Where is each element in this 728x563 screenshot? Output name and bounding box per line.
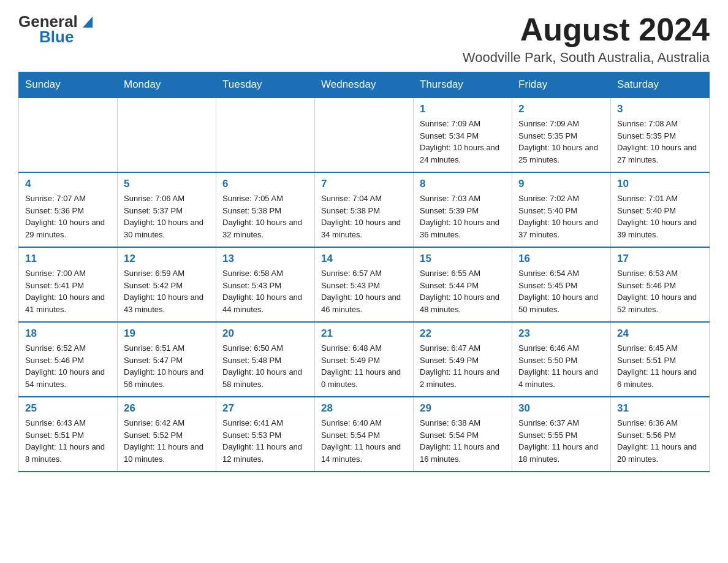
day-info: Sunrise: 7:05 AMSunset: 5:38 PMDaylight:… [222, 193, 308, 240]
weekday-header-saturday: Saturday [611, 72, 710, 98]
day-number: 26 [124, 402, 210, 415]
day-number: 5 [124, 178, 210, 190]
day-info: Sunrise: 6:58 AMSunset: 5:43 PMDaylight:… [222, 267, 308, 315]
day-number: 19 [124, 327, 210, 340]
calendar-cell: 5Sunrise: 7:06 AMSunset: 5:37 PMDaylight… [118, 172, 216, 247]
weekday-header-friday: Friday [512, 72, 611, 98]
calendar-cell [19, 98, 118, 172]
calendar-cell: 20Sunrise: 6:50 AMSunset: 5:48 PMDayligh… [216, 322, 315, 397]
weekday-header-thursday: Thursday [414, 72, 512, 98]
day-number: 16 [518, 253, 604, 265]
calendar-cell: 3Sunrise: 7:08 AMSunset: 5:35 PMDaylight… [611, 98, 710, 172]
day-info: Sunrise: 6:38 AMSunset: 5:54 PMDaylight:… [420, 417, 506, 465]
day-info: Sunrise: 7:04 AMSunset: 5:38 PMDaylight:… [321, 193, 407, 240]
day-info: Sunrise: 6:52 AMSunset: 5:46 PMDaylight:… [25, 342, 111, 390]
calendar-cell: 18Sunrise: 6:52 AMSunset: 5:46 PMDayligh… [19, 322, 118, 397]
day-number: 24 [617, 327, 703, 340]
day-info: Sunrise: 7:02 AMSunset: 5:40 PMDaylight:… [518, 193, 604, 240]
day-number: 7 [321, 178, 407, 190]
day-info: Sunrise: 6:47 AMSunset: 5:49 PMDaylight:… [420, 342, 506, 390]
calendar-cell: 2Sunrise: 7:09 AMSunset: 5:35 PMDaylight… [512, 98, 611, 172]
svg-marker-0 [83, 17, 93, 28]
calendar-cell: 11Sunrise: 7:00 AMSunset: 5:41 PMDayligh… [19, 247, 118, 322]
calendar-cell: 7Sunrise: 7:04 AMSunset: 5:38 PMDaylight… [315, 172, 414, 247]
day-info: Sunrise: 6:50 AMSunset: 5:48 PMDaylight:… [222, 342, 308, 390]
calendar-cell: 22Sunrise: 6:47 AMSunset: 5:49 PMDayligh… [414, 322, 512, 397]
logo: General Blue [18, 12, 96, 47]
calendar-cell: 31Sunrise: 6:36 AMSunset: 5:56 PMDayligh… [611, 397, 710, 472]
day-info: Sunrise: 7:06 AMSunset: 5:37 PMDaylight:… [124, 193, 210, 240]
calendar-cell: 9Sunrise: 7:02 AMSunset: 5:40 PMDaylight… [512, 172, 611, 247]
day-number: 2 [518, 103, 604, 115]
calendar-cell: 27Sunrise: 6:41 AMSunset: 5:53 PMDayligh… [216, 397, 315, 472]
day-number: 29 [420, 402, 506, 415]
calendar-week-5: 25Sunrise: 6:43 AMSunset: 5:51 PMDayligh… [19, 397, 710, 472]
calendar-cell: 12Sunrise: 6:59 AMSunset: 5:42 PMDayligh… [118, 247, 216, 322]
logo-triangle-icon [79, 13, 96, 30]
day-info: Sunrise: 7:07 AMSunset: 5:36 PMDaylight:… [25, 193, 111, 240]
calendar-cell: 25Sunrise: 6:43 AMSunset: 5:51 PMDayligh… [19, 397, 118, 472]
calendar-cell: 13Sunrise: 6:58 AMSunset: 5:43 PMDayligh… [216, 247, 315, 322]
weekday-header-monday: Monday [118, 72, 216, 98]
day-number: 4 [25, 178, 111, 190]
day-info: Sunrise: 6:57 AMSunset: 5:43 PMDaylight:… [321, 267, 407, 315]
day-number: 8 [420, 178, 506, 190]
calendar-cell: 29Sunrise: 6:38 AMSunset: 5:54 PMDayligh… [414, 397, 512, 472]
day-number: 25 [25, 402, 111, 415]
day-info: Sunrise: 7:08 AMSunset: 5:35 PMDaylight:… [617, 118, 703, 166]
calendar-cell [118, 98, 216, 172]
calendar-cell: 1Sunrise: 7:09 AMSunset: 5:34 PMDaylight… [414, 98, 512, 172]
day-info: Sunrise: 6:54 AMSunset: 5:45 PMDaylight:… [518, 267, 604, 315]
weekday-header-sunday: Sunday [19, 72, 118, 98]
day-info: Sunrise: 6:48 AMSunset: 5:49 PMDaylight:… [321, 342, 407, 390]
calendar-cell: 4Sunrise: 7:07 AMSunset: 5:36 PMDaylight… [19, 172, 118, 247]
day-info: Sunrise: 7:00 AMSunset: 5:41 PMDaylight:… [25, 267, 111, 315]
weekday-header-wednesday: Wednesday [315, 72, 414, 98]
month-year: August 2024 [463, 12, 710, 47]
day-number: 28 [321, 402, 407, 415]
day-info: Sunrise: 6:41 AMSunset: 5:53 PMDaylight:… [222, 417, 308, 465]
day-number: 3 [617, 103, 703, 115]
day-info: Sunrise: 6:51 AMSunset: 5:47 PMDaylight:… [124, 342, 210, 390]
day-number: 20 [222, 327, 308, 340]
day-number: 6 [222, 178, 308, 190]
day-number: 11 [25, 253, 111, 265]
calendar-cell [216, 98, 315, 172]
day-number: 9 [518, 178, 604, 190]
day-info: Sunrise: 6:42 AMSunset: 5:52 PMDaylight:… [124, 417, 210, 465]
day-info: Sunrise: 6:40 AMSunset: 5:54 PMDaylight:… [321, 417, 407, 465]
calendar-cell: 16Sunrise: 6:54 AMSunset: 5:45 PMDayligh… [512, 247, 611, 322]
day-number: 14 [321, 253, 407, 265]
day-number: 10 [617, 178, 703, 190]
calendar-cell: 30Sunrise: 6:37 AMSunset: 5:55 PMDayligh… [512, 397, 611, 472]
calendar-cell: 10Sunrise: 7:01 AMSunset: 5:40 PMDayligh… [611, 172, 710, 247]
day-info: Sunrise: 6:36 AMSunset: 5:56 PMDaylight:… [617, 417, 703, 465]
header: General Blue August 2024 Woodville Park,… [18, 12, 710, 66]
day-info: Sunrise: 7:03 AMSunset: 5:39 PMDaylight:… [420, 193, 506, 240]
calendar-cell: 28Sunrise: 6:40 AMSunset: 5:54 PMDayligh… [315, 397, 414, 472]
day-number: 22 [420, 327, 506, 340]
calendar-cell: 17Sunrise: 6:53 AMSunset: 5:46 PMDayligh… [611, 247, 710, 322]
calendar-week-4: 18Sunrise: 6:52 AMSunset: 5:46 PMDayligh… [19, 322, 710, 397]
calendar-week-3: 11Sunrise: 7:00 AMSunset: 5:41 PMDayligh… [19, 247, 710, 322]
day-info: Sunrise: 6:37 AMSunset: 5:55 PMDaylight:… [518, 417, 604, 465]
calendar-cell: 14Sunrise: 6:57 AMSunset: 5:43 PMDayligh… [315, 247, 414, 322]
day-info: Sunrise: 6:43 AMSunset: 5:51 PMDaylight:… [25, 417, 111, 465]
weekday-header-tuesday: Tuesday [216, 72, 315, 98]
logo-blue: Blue [39, 28, 74, 47]
calendar-cell: 21Sunrise: 6:48 AMSunset: 5:49 PMDayligh… [315, 322, 414, 397]
day-number: 23 [518, 327, 604, 340]
day-number: 31 [617, 402, 703, 415]
calendar-week-1: 1Sunrise: 7:09 AMSunset: 5:34 PMDaylight… [19, 98, 710, 172]
day-info: Sunrise: 7:09 AMSunset: 5:34 PMDaylight:… [420, 118, 506, 166]
calendar-table: SundayMondayTuesdayWednesdayThursdayFrid… [18, 72, 710, 472]
day-info: Sunrise: 7:01 AMSunset: 5:40 PMDaylight:… [617, 193, 703, 240]
calendar-cell: 8Sunrise: 7:03 AMSunset: 5:39 PMDaylight… [414, 172, 512, 247]
day-number: 1 [420, 103, 506, 115]
weekday-header-row: SundayMondayTuesdayWednesdayThursdayFrid… [19, 72, 710, 98]
day-info: Sunrise: 6:59 AMSunset: 5:42 PMDaylight:… [124, 267, 210, 315]
day-number: 27 [222, 402, 308, 415]
day-number: 12 [124, 253, 210, 265]
day-number: 15 [420, 253, 506, 265]
day-info: Sunrise: 7:09 AMSunset: 5:35 PMDaylight:… [518, 118, 604, 166]
